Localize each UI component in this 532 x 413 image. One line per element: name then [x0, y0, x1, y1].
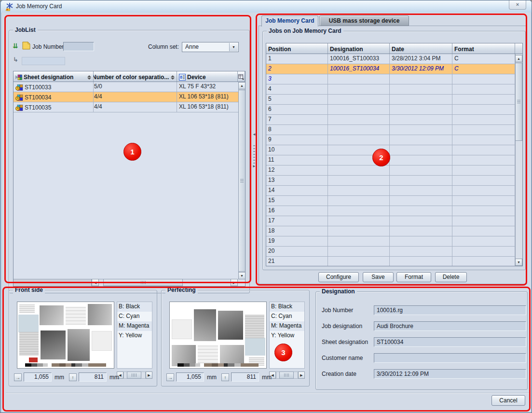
close-button[interactable]: × — [509, 0, 526, 10]
column-header-color-separations[interactable]: Number of color separatio... — [94, 71, 177, 82]
tab-usb-mass-storage[interactable]: USB mass storage device — [319, 15, 409, 26]
front-width-unit: mm — [55, 374, 64, 381]
column-header-device[interactable]: 8 Device — [177, 71, 238, 82]
designation-field-value[interactable] — [374, 353, 526, 363]
jobs-table-row[interactable]: 10 — [266, 145, 522, 155]
front-side-group-title: Front side — [13, 287, 45, 293]
column-header-date[interactable]: Date — [390, 43, 452, 54]
joblist-scroll-down[interactable]: ▼ — [238, 272, 246, 279]
designation-group-title: Designation — [320, 288, 357, 295]
jobs-vscroll-thumb[interactable] — [515, 63, 522, 141]
designation-field-value[interactable]: Audi Brochure — [374, 321, 526, 331]
jobs-table-row[interactable]: 1 100016_ST100033 3/28/2012 3:04 PM C — [266, 54, 522, 64]
jobs-table-row[interactable]: 13 — [266, 176, 522, 186]
joblist-scroll-left[interactable]: ◀ — [92, 279, 99, 286]
jobs-table-row[interactable]: 5 — [266, 95, 522, 105]
jobs-table-row[interactable]: 7 — [266, 115, 522, 125]
jobs-table-row[interactable]: 14 — [266, 186, 522, 196]
joblist-table-row[interactable]: ST100033 5/0 XL 75 F 43*32 — [14, 82, 245, 92]
jobs-table-row[interactable]: 15 — [266, 196, 522, 206]
color-list-item[interactable]: B: Black — [117, 302, 152, 312]
jobs-table-row[interactable]: 4 — [266, 84, 522, 95]
perfecting-colors-scroll-right[interactable]: ▶ — [298, 372, 305, 379]
perfecting-height-arrow-button[interactable]: ↑ — [221, 373, 229, 381]
designation-field-row: Customer name — [322, 353, 527, 363]
jobs-table-row[interactable]: 12 — [266, 165, 522, 176]
joblist-scroll-up[interactable]: ▲ — [238, 82, 246, 89]
color-list-item[interactable]: C: Cyan — [117, 312, 152, 321]
jobs-table-row[interactable]: 20 — [266, 247, 522, 257]
job-number-input[interactable] — [63, 42, 94, 51]
tree-filter-icon[interactable]: ↳ — [13, 56, 18, 63]
splitter-collapse-left-icon[interactable]: ◄ — [252, 132, 256, 137]
joblist-hscroll-thumb[interactable] — [103, 279, 183, 286]
column-header-position[interactable]: Position — [266, 43, 328, 54]
job-note-icon — [22, 41, 30, 50]
color-list-item[interactable]: Y: Yellow — [270, 331, 304, 341]
sort-toggle-icon[interactable] — [171, 75, 176, 80]
column-set-dropdown-arrow[interactable]: ▼ — [229, 43, 238, 51]
column-header-sheet-designation[interactable]: Sheet designation — [14, 71, 94, 82]
jobs-table-row[interactable]: 11 — [266, 155, 522, 165]
color-list-item[interactable]: M: Magenta — [117, 321, 152, 331]
front-height-arrow-button[interactable]: ↑ — [69, 373, 77, 381]
designation-field-value[interactable]: ST100034 — [374, 337, 526, 347]
format-button[interactable]: Format — [396, 272, 431, 282]
joblist-vscroll-thumb[interactable] — [238, 90, 246, 272]
designation-field-value[interactable]: 100016.rg — [374, 305, 526, 315]
front-sheet-collage — [17, 302, 114, 368]
jobs-scroll-up[interactable]: ▲ — [515, 55, 522, 62]
designation-field-value[interactable]: 3/30/2012 12:09 PM — [374, 369, 526, 379]
jobs-table-row[interactable]: 21 — [266, 257, 522, 266]
designation-field-label: Sheet designation — [322, 339, 374, 345]
sort-toggle-icon[interactable] — [87, 75, 92, 80]
jobs-table-row[interactable]: 3 — [266, 74, 522, 84]
splitter-grip[interactable] — [253, 145, 255, 165]
jobs-scroll-down[interactable]: ▼ — [515, 259, 522, 266]
column-header-format[interactable]: Format — [452, 43, 515, 54]
jobs-table-row[interactable]: 19 — [266, 236, 522, 247]
jobs-table-row[interactable]: 9 — [266, 135, 522, 145]
down-arrow-icon: ▼ — [517, 261, 520, 264]
front-colors-scroll-right[interactable]: ▶ — [146, 372, 152, 379]
titlebar[interactable]: Job Memory Card × — [1, 0, 532, 13]
job-number-label: Job Number: — [32, 43, 66, 50]
joblist-table-row[interactable]: ST100035 4/4 XL 106 53*18 (811) — [14, 102, 245, 112]
column-header-designation[interactable]: Designation — [328, 43, 390, 54]
jobs-table-row[interactable]: 6 — [266, 105, 522, 115]
color-list-item[interactable]: M: Magenta — [270, 321, 304, 331]
column-set-label: Column set: — [140, 43, 179, 50]
jobs-table-row[interactable]: 18 — [266, 226, 522, 236]
column-set-dropdown[interactable]: Anne ▼ — [182, 42, 239, 52]
jobs-table-row[interactable]: 17 — [266, 216, 522, 226]
perfecting-height-field[interactable]: 811 — [231, 372, 259, 382]
color-list-item[interactable]: C: Cyan — [270, 312, 304, 321]
front-width-field[interactable]: 1,055 — [24, 372, 52, 382]
front-colors-scroll-thumb[interactable] — [127, 372, 141, 379]
left-arrow-icon: ◀ — [271, 373, 273, 377]
save-button[interactable]: Save — [363, 272, 394, 282]
delete-button[interactable]: Delete — [435, 272, 467, 282]
jobs-table-row[interactable]: 8 — [266, 125, 522, 135]
sort-descending-icon[interactable]: ⇊ — [13, 42, 18, 50]
sheet-row-icon — [15, 84, 23, 91]
cancel-button[interactable]: Cancel — [491, 395, 525, 406]
jobs-table-row[interactable]: 16 — [266, 206, 522, 216]
joblist-scroll-right[interactable]: ▶ — [231, 279, 238, 286]
joblist-table-row[interactable]: ST100034 4/4 XL 106 53*18 (811) — [14, 92, 245, 102]
perfecting-width-field[interactable]: 1,055 — [176, 372, 204, 382]
perfecting-height-unit: mm — [262, 374, 272, 381]
front-height-field[interactable]: 811 — [79, 372, 107, 382]
table-configure-corner[interactable] — [238, 71, 245, 82]
front-width-arrow-button[interactable]: → — [14, 373, 22, 381]
left-arrow-icon: ◀ — [94, 281, 96, 285]
jobs-table-row[interactable]: 2 100016_ST100034 3/30/2012 12:09 PM C — [266, 64, 522, 74]
tab-job-memory-card[interactable]: Job Memory Card — [261, 15, 318, 27]
color-list-item[interactable]: Y: Yellow — [117, 331, 152, 341]
perfecting-colors-scroll-thumb[interactable] — [279, 372, 294, 379]
splitter-collapse-right-icon[interactable]: ► — [252, 164, 256, 168]
perfecting-width-arrow-button[interactable]: → — [166, 373, 174, 381]
configure-button[interactable]: Configure — [318, 272, 359, 282]
tree-filter-field[interactable] — [22, 57, 65, 65]
color-list-item[interactable]: B: Black — [270, 302, 304, 312]
